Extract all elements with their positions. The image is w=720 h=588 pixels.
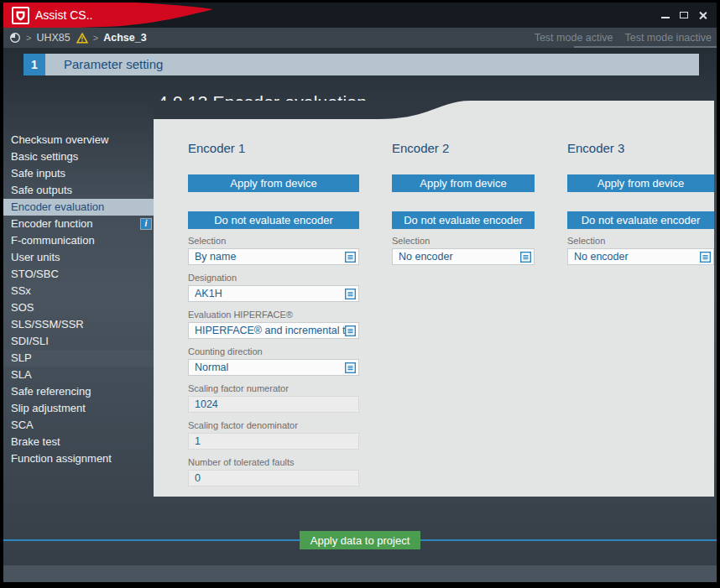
maximize-icon [680,12,688,18]
step-header[interactable]: 1 Parameter setting [23,54,699,75]
minimize-button[interactable] [656,6,675,24]
do-not-evaluate-encoder-button[interactable]: Do not evaluate encoder [392,211,535,229]
breadcrumb-axis[interactable]: Achse_3 [103,32,146,44]
info-icon[interactable]: i [140,218,152,230]
field-label: Selection [392,236,535,247]
encoder-title: Encoder 3 [567,141,714,156]
field-label: Counting direction [188,346,359,357]
window-controls [656,3,712,28]
sidebar-item-sls-ssm-ssr[interactable]: SLS/SSM/SSR [3,316,154,333]
breadcrumb-device[interactable]: UHX85 [36,32,70,44]
sidebar-item-label: Slip adjustment [11,402,86,414]
list-dropdown-icon[interactable] [345,362,356,373]
selection-dropdown[interactable]: By name [188,248,359,265]
sidebar-item-label: Checksum overview [11,133,108,146]
sidebar-item-label: Function assignment [11,452,112,465]
do-not-evaluate-encoder-button[interactable]: Do not evaluate encoder [567,211,714,229]
sidebar-item-checksum-overview[interactable]: Checksum overview [3,132,154,148]
field-value: By name [195,251,345,263]
do-not-evaluate-encoder-button[interactable]: Do not evaluate encoder [188,211,359,229]
sidebar-item-label: Brake test [11,435,60,448]
sidebar-item-label: SCA [11,419,34,431]
sidebar-item-label: Safe outputs [11,184,72,196]
designation-dropdown[interactable]: AK1H [188,285,359,302]
status-bar [3,565,717,582]
sidebar-item-sla[interactable]: SLA [3,367,154,383]
sidebar-item-ssx[interactable]: SSx [3,283,154,299]
apply-from-device-button[interactable]: Apply from device [567,174,714,192]
selection-dropdown[interactable]: No encoder [567,248,714,265]
selection-dropdown[interactable]: No encoder [392,248,535,265]
field-value: 1024 [195,398,356,410]
maximize-button[interactable] [675,6,693,24]
encoder-title: Encoder 2 [392,141,535,156]
sidebar-item-label: Safe inputs [11,167,65,180]
apply-data-to-project-button[interactable]: Apply data to project [300,531,420,549]
number-of-tolerated-faults-input[interactable]: 0 [188,470,359,487]
panel-curve-notch [154,101,471,119]
field-value: AK1H [195,288,345,299]
minimize-icon [661,17,670,18]
sidebar-item-safe-inputs[interactable]: Safe inputs [3,165,154,182]
scaling-factor-denominator-input[interactable]: 1 [188,433,359,450]
sidebar-item-encoder-function[interactable]: Encoder functioni [3,216,154,232]
evaluation-hiperface-dropdown[interactable]: HIPERFACE® and incremental tracks [188,322,359,339]
app-logo [12,7,29,24]
sidebar-item-label: Encoder function [11,217,93,230]
sidebar-item-sca[interactable]: SCA [3,417,154,434]
apply-from-device-button[interactable]: Apply from device [392,174,535,192]
app-window: Assist CS.. > UHX85 > Achse_3 Test mode … [0,0,720,588]
field-value: No encoder [399,251,520,263]
sidebar-item-label: SOS [11,301,34,314]
sidebar-item-sos[interactable]: SOS [3,299,154,316]
sidebar-item-label: STO/SBC [11,268,59,280]
title-bar: Assist CS.. [3,3,717,28]
list-dropdown-icon[interactable] [345,289,356,299]
test-mode-active-button[interactable]: Test mode active [535,32,613,44]
sidebar-item-function-assignment[interactable]: Function assignment [3,450,154,467]
list-dropdown-icon[interactable] [700,252,711,263]
sidebar-item-label: SLP [11,351,32,364]
field-label: Scaling factor denominator [188,420,359,431]
close-button[interactable] [693,6,712,24]
sidebar-item-encoder-evaluation[interactable]: Encoder evaluation [3,199,154,216]
encoder-title: Encoder 1 [188,141,359,156]
field-label: Number of tolerated faults [188,457,359,468]
sidebar-item-user-units[interactable]: User units [3,249,154,266]
field-value: No encoder [574,251,700,263]
sidebar-item-label: SDI/SLI [11,335,49,347]
sidebar-nav: Checksum overviewBasic settingsSafe inpu… [3,132,154,467]
field-value: 0 [195,472,356,484]
sidebar-item-brake-test[interactable]: Brake test [3,434,154,450]
sidebar-item-label: Safe referencing [11,385,91,398]
apply-from-device-button[interactable]: Apply from device [188,174,359,192]
step-label: Parameter setting [45,54,163,75]
encoder-column-3: Encoder 3Apply from deviceDo not evaluat… [567,141,714,273]
sidebar-item-label: SSx [11,284,31,297]
sidebar-item-slp[interactable]: SLP [3,350,154,367]
sidebar-item-safe-referencing[interactable]: Safe referencing [3,383,154,400]
counting-direction-dropdown[interactable]: Normal [188,359,359,376]
step-number-badge: 1 [23,54,45,75]
close-icon [698,11,707,20]
list-dropdown-icon[interactable] [345,252,356,263]
sidebar-item-label: F-communication [11,234,95,247]
field-label: Scaling factor numerator [188,383,359,394]
sidebar-item-sto-sbc[interactable]: STO/SBC [3,266,154,283]
sidebar-item-label: SLS/SSM/SSR [11,318,84,330]
sidebar-item-sdi-sli[interactable]: SDI/SLI [3,333,154,350]
sidebar-item-label: Basic settings [11,150,78,163]
encoder-column-1: Encoder 1Apply from deviceDo not evaluat… [188,141,359,494]
shield-icon [16,11,25,21]
sidebar-item-basic-settings[interactable]: Basic settings [3,148,154,165]
list-dropdown-icon[interactable] [520,252,531,263]
breadcrumb-separator: > [93,33,98,43]
test-mode-inactive-button[interactable]: Test mode inactive [624,32,712,44]
sidebar-item-slip-adjustment[interactable]: Slip adjustment [3,400,154,417]
scaling-factor-numerator-input[interactable]: 1024 [188,396,359,413]
sidebar-item-safe-outputs[interactable]: Safe outputs [3,182,154,199]
field-value: Normal [195,362,345,373]
project-icon[interactable] [9,32,21,44]
list-dropdown-icon[interactable] [345,325,356,336]
sidebar-item-f-communication[interactable]: F-communication [3,232,154,249]
